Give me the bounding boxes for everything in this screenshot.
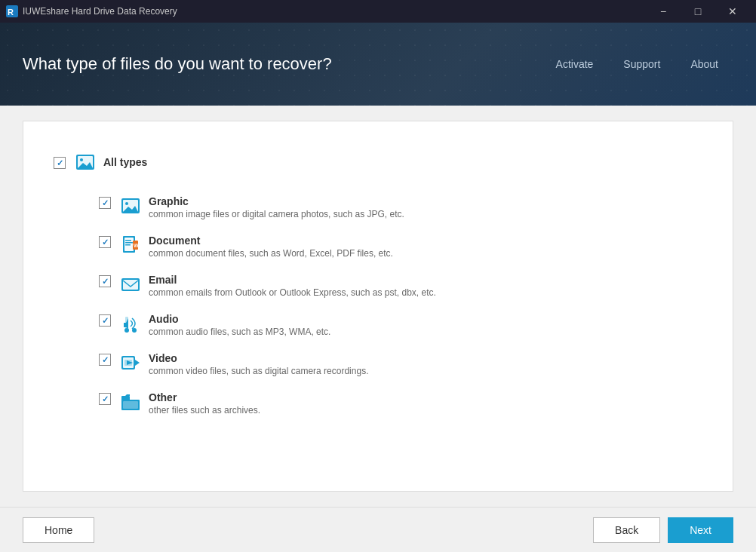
svg-point-8 [125, 202, 128, 205]
file-type-card: All types Graphic common image files or … [23, 121, 733, 492]
other-icon [120, 391, 141, 412]
audio-row: Audio common audio files, such as MP3, W… [54, 305, 702, 345]
audio-name: Audio [149, 313, 330, 325]
other-info: Other other files such as archives. [149, 391, 260, 416]
footer-left: Home [23, 517, 593, 543]
audio-icon [120, 313, 141, 334]
audio-checkbox[interactable] [99, 314, 111, 327]
email-row: Email common emails from Outlook or Outl… [54, 266, 702, 305]
svg-point-4 [80, 158, 83, 161]
graphic-desc: common image files or digital camera pho… [149, 209, 404, 219]
email-checkbox[interactable] [99, 275, 111, 287]
video-info: Video common video files, such as digita… [149, 352, 368, 376]
email-info: Email common emails from Outlook or Outl… [149, 274, 436, 298]
app-icon: R [6, 5, 18, 17]
video-name: Video [149, 352, 368, 364]
document-info: Document common document files, such as … [149, 235, 393, 259]
graphic-info: Graphic common image files or digital ca… [149, 195, 404, 219]
graphic-row: Graphic common image files or digital ca… [54, 188, 702, 227]
email-icon [120, 274, 141, 295]
document-row: W Document common document files, such a… [54, 227, 702, 266]
other-name: Other [149, 391, 260, 403]
svg-rect-29 [123, 401, 138, 409]
svg-marker-24 [135, 360, 140, 366]
svg-rect-14 [125, 244, 131, 246]
footer: Home Back Next [0, 507, 756, 552]
document-icon: W [120, 235, 141, 256]
minimize-button[interactable]: − [646, 0, 681, 23]
other-desc: other files such as archives. [149, 405, 260, 416]
audio-desc: common audio files, such as MP3, WMA, et… [149, 327, 330, 337]
close-button[interactable]: ✕ [715, 0, 750, 23]
nav-activate[interactable]: Activate [541, 52, 609, 76]
all-types-checkbox[interactable] [54, 157, 66, 169]
other-row: Other other files such as archives. [54, 384, 702, 423]
all-types-label: All types [103, 156, 147, 168]
svg-point-20 [132, 328, 137, 333]
all-types-row: All types [54, 144, 702, 180]
svg-rect-21 [125, 317, 128, 330]
email-desc: common emails from Outlook or Outlook Ex… [149, 287, 436, 298]
graphic-icon [120, 195, 141, 216]
svg-text:W: W [134, 243, 139, 248]
audio-info: Audio common audio files, such as MP3, W… [149, 313, 330, 337]
page-title: What type of files do you want to recove… [23, 54, 541, 74]
video-checkbox[interactable] [99, 354, 111, 366]
window-controls: − □ ✕ [646, 0, 750, 23]
svg-rect-12 [125, 240, 131, 241]
all-types-icon [75, 152, 96, 173]
other-checkbox[interactable] [99, 393, 111, 405]
video-desc: common video files, such as digital came… [149, 366, 368, 376]
svg-rect-18 [123, 280, 138, 290]
nav-about[interactable]: About [675, 52, 733, 76]
email-name: Email [149, 274, 436, 286]
next-button[interactable]: Next [668, 517, 733, 543]
nav-support[interactable]: Support [608, 52, 675, 76]
document-name: Document [149, 235, 393, 247]
app-title: IUWEshare Hard Drive Data Recovery [23, 6, 646, 17]
header: What type of files do you want to recove… [0, 23, 756, 106]
title-bar: R IUWEshare Hard Drive Data Recovery − □… [0, 0, 756, 23]
video-icon [120, 352, 141, 373]
home-button[interactable]: Home [23, 517, 94, 543]
graphic-name: Graphic [149, 195, 404, 207]
video-row: Video common video files, such as digita… [54, 345, 702, 384]
graphic-checkbox[interactable] [99, 197, 111, 209]
document-checkbox[interactable] [99, 236, 111, 248]
back-button[interactable]: Back [593, 517, 660, 543]
main-content: All types Graphic common image files or … [0, 106, 756, 507]
header-nav: Activate Support About [541, 52, 733, 76]
maximize-button[interactable]: □ [681, 0, 715, 23]
svg-rect-13 [125, 242, 133, 244]
footer-right: Back Next [593, 517, 733, 543]
document-desc: common document files, such as Word, Exc… [149, 248, 393, 259]
svg-text:R: R [8, 8, 14, 17]
